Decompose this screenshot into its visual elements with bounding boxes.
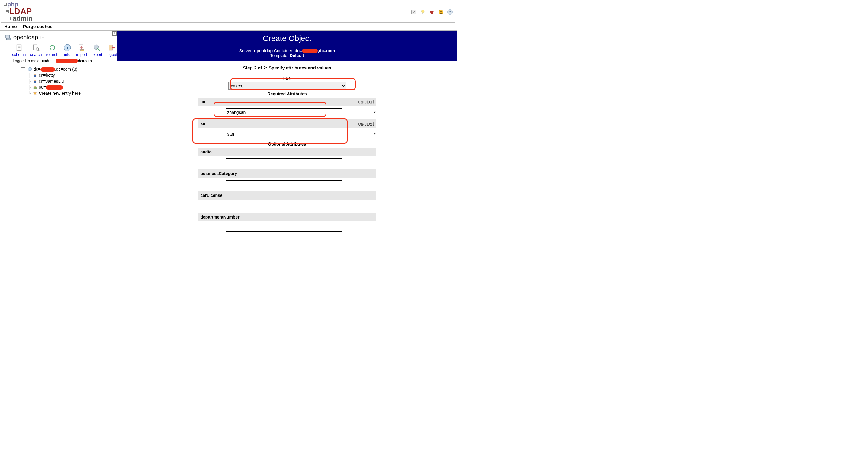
svg-point-37 bbox=[34, 86, 35, 87]
help-icon[interactable]: ? bbox=[411, 9, 417, 16]
collapse-icon[interactable]: - bbox=[21, 67, 25, 71]
departmentNumber-input[interactable] bbox=[226, 224, 342, 231]
server-name-row: openldap bbox=[0, 33, 117, 42]
businessCategory-input[interactable] bbox=[226, 180, 342, 188]
step-label: Step 2 of 2: Specify attributes and valu… bbox=[198, 65, 376, 70]
server-icon bbox=[5, 34, 11, 41]
server-name-label: openldap bbox=[13, 34, 38, 41]
clock-icon bbox=[40, 35, 44, 39]
svg-rect-39 bbox=[33, 87, 37, 89]
svg-line-23 bbox=[38, 50, 39, 51]
svg-rect-36 bbox=[34, 81, 36, 83]
tree-entry-ou[interactable]: ├ ou= bbox=[21, 84, 117, 90]
svg-point-7 bbox=[439, 10, 443, 14]
breadcrumb: Home | Purge caches bbox=[0, 23, 457, 30]
sn-header: sn required bbox=[198, 119, 376, 128]
svg-rect-3 bbox=[422, 13, 423, 14]
page-subtitle: Server: openldap Container: dc=,dc=com T… bbox=[118, 46, 457, 61]
svg-point-38 bbox=[35, 86, 36, 87]
svg-rect-27 bbox=[81, 49, 84, 51]
svg-point-8 bbox=[440, 11, 440, 12]
globe-icon bbox=[28, 67, 32, 71]
schema-action[interactable]: schema bbox=[12, 44, 26, 57]
tree-create-new[interactable]: └ Create new entry here bbox=[21, 90, 117, 96]
info-icon: i bbox=[63, 44, 71, 52]
header-bar: php LDAP admin ? ? bbox=[0, 0, 457, 22]
tree-entry-betty[interactable]: ├ cn=betty bbox=[21, 72, 117, 78]
logged-in-line: Logged in as: cn=admin,dc=com bbox=[0, 57, 117, 64]
star-icon bbox=[33, 91, 37, 96]
cn-header: cn required bbox=[198, 97, 376, 106]
info-action[interactable]: i info bbox=[63, 44, 72, 57]
required-star: * bbox=[374, 132, 376, 137]
required-attrs-label: Required Attributes bbox=[198, 92, 376, 96]
purge-caches-link[interactable]: Purge caches bbox=[23, 24, 53, 29]
home-link[interactable]: Home bbox=[4, 24, 17, 29]
svg-line-6 bbox=[433, 11, 434, 12]
refresh-action[interactable]: refresh bbox=[46, 44, 58, 57]
svg-text:?: ? bbox=[413, 10, 415, 14]
svg-point-4 bbox=[430, 10, 433, 14]
departmentNumber-header: departmentNumber bbox=[198, 213, 376, 221]
required-star: * bbox=[374, 110, 376, 115]
logout-action[interactable]: logout bbox=[106, 44, 117, 57]
svg-rect-26 bbox=[80, 45, 83, 50]
import-action[interactable]: import bbox=[76, 44, 87, 57]
lightbulb-icon[interactable] bbox=[420, 9, 426, 16]
cn-input[interactable] bbox=[226, 108, 342, 116]
tree-root[interactable]: - dc=,dc=com (3) bbox=[21, 66, 117, 72]
svg-text:i: i bbox=[67, 45, 68, 50]
sn-input[interactable] bbox=[226, 130, 342, 138]
svg-line-5 bbox=[430, 11, 431, 12]
carLicense-input[interactable] bbox=[226, 202, 342, 210]
server-action-row: schema search refresh i info import expo… bbox=[0, 42, 117, 57]
svg-rect-21 bbox=[33, 45, 37, 50]
import-icon bbox=[78, 44, 86, 52]
svg-point-33 bbox=[34, 74, 36, 75]
orgunit-icon bbox=[33, 85, 37, 90]
svg-rect-12 bbox=[6, 35, 10, 38]
ldap-tree: - dc=,dc=com (3) ├ cn=betty ├ cn=JamesLi… bbox=[0, 64, 117, 96]
refresh-icon bbox=[48, 44, 56, 52]
audio-input[interactable] bbox=[226, 159, 342, 166]
rdn-select[interactable]: cn (cn) bbox=[228, 82, 346, 90]
carLicense-header: carLicense bbox=[198, 191, 376, 199]
optional-attrs-label: Optional Attributes bbox=[198, 141, 376, 147]
export-action[interactable]: export bbox=[91, 44, 102, 57]
person-icon bbox=[33, 79, 37, 84]
svg-rect-13 bbox=[7, 38, 10, 39]
main-panel: Create Object Server: openldap Container… bbox=[118, 31, 457, 234]
export-icon bbox=[93, 44, 101, 52]
tree-entry-jamesliu[interactable]: ├ cn=JamesLiu bbox=[21, 78, 117, 84]
audio-header: audio bbox=[198, 148, 376, 156]
document-icon bbox=[15, 44, 23, 52]
bug-icon[interactable] bbox=[429, 9, 435, 16]
search-icon bbox=[32, 44, 40, 52]
svg-point-35 bbox=[34, 80, 36, 81]
logout-icon bbox=[108, 44, 116, 52]
create-form: Step 2 of 2: Specify attributes and valu… bbox=[198, 65, 376, 234]
smiley-icon[interactable] bbox=[438, 9, 444, 16]
person-icon bbox=[33, 73, 37, 77]
svg-point-9 bbox=[441, 11, 442, 12]
svg-rect-34 bbox=[34, 75, 36, 77]
redacted-segment bbox=[56, 59, 78, 63]
search-action[interactable]: search bbox=[30, 44, 42, 57]
sidebar-expand-icon[interactable]: + bbox=[112, 31, 117, 36]
app-logo: php LDAP admin bbox=[4, 1, 32, 22]
question-icon[interactable]: ? bbox=[447, 9, 453, 16]
svg-line-16 bbox=[42, 37, 42, 38]
svg-point-2 bbox=[421, 10, 424, 13]
page-title: Create Object bbox=[118, 31, 457, 46]
svg-text:?: ? bbox=[449, 10, 451, 14]
businessCategory-header: businessCategory bbox=[198, 169, 376, 178]
top-icon-row: ? ? bbox=[411, 1, 453, 16]
rdn-label: RDN bbox=[198, 76, 376, 80]
sidebar: + openldap schema search refresh i info bbox=[0, 31, 118, 96]
